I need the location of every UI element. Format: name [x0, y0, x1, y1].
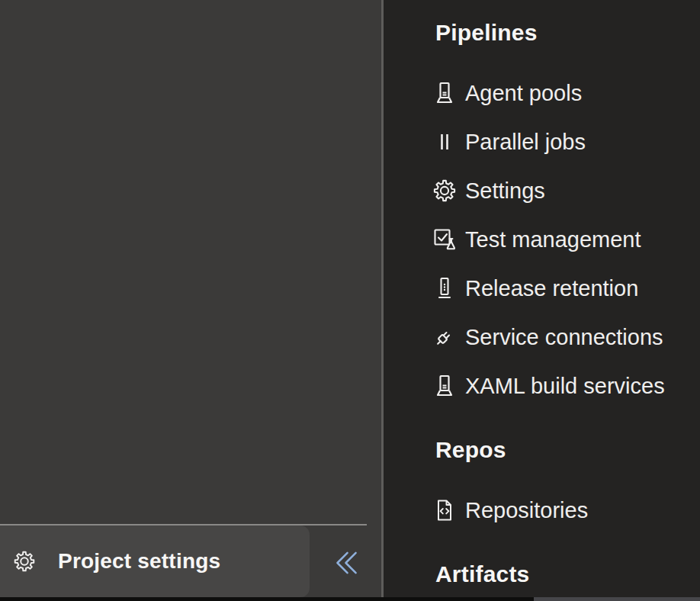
parallel-bars-icon — [432, 129, 458, 155]
nav-item-settings[interactable]: Settings — [384, 166, 700, 215]
nav-item-service-connections[interactable]: Service connections — [384, 313, 700, 362]
settings-nav-panel: PipelinesAgent poolsParallel jobsSetting… — [381, 0, 700, 601]
project-settings-label: Project settings — [58, 549, 220, 574]
nav-item-repositories[interactable]: Repositories — [384, 486, 700, 535]
bottom-strip-gray — [534, 597, 700, 601]
section-heading-artifacts: Artifacts — [435, 561, 700, 587]
nav-item-label: Repositories — [465, 497, 588, 523]
nav-item-release-retention[interactable]: Release retention — [384, 264, 700, 313]
build-machine-icon — [432, 80, 458, 106]
section-items-repos: Repositories — [384, 486, 700, 535]
test-beaker-icon — [432, 227, 458, 252]
gear-icon — [432, 178, 458, 204]
nav-item-label: Service connections — [465, 324, 663, 350]
collapse-panel-button[interactable] — [326, 542, 367, 583]
nav-item-label: Parallel jobs — [465, 129, 586, 155]
nav-item-label: Agent pools — [465, 80, 582, 106]
nav-item-label: Settings — [465, 178, 545, 204]
nav-item-label: Test management — [465, 227, 641, 252]
nav-item-xaml-build-services[interactable]: XAML build services — [384, 362, 700, 410]
build-machine-icon — [432, 373, 458, 399]
section-heading-repos: Repos — [435, 437, 700, 463]
project-settings-bar[interactable]: Project settings — [0, 525, 310, 597]
section-heading-pipelines: Pipelines — [435, 20, 700, 46]
gear-icon — [12, 549, 37, 574]
code-file-icon — [432, 497, 458, 523]
bottom-strip — [0, 597, 700, 601]
nav-item-agent-pools[interactable]: Agent pools — [384, 69, 700, 117]
nav-item-test-management[interactable]: Test management — [384, 215, 700, 264]
settings-nav: PipelinesAgent poolsParallel jobsSetting… — [384, 20, 700, 587]
plug-icon — [432, 324, 458, 350]
server-tower-icon — [432, 275, 458, 301]
section-items-pipelines: Agent poolsParallel jobsSettingsTest man… — [384, 69, 700, 410]
nav-item-label: XAML build services — [465, 373, 665, 399]
double-chevron-left-icon — [330, 547, 362, 579]
nav-item-label: Release retention — [465, 275, 638, 301]
nav-item-parallel-jobs[interactable]: Parallel jobs — [384, 117, 700, 166]
